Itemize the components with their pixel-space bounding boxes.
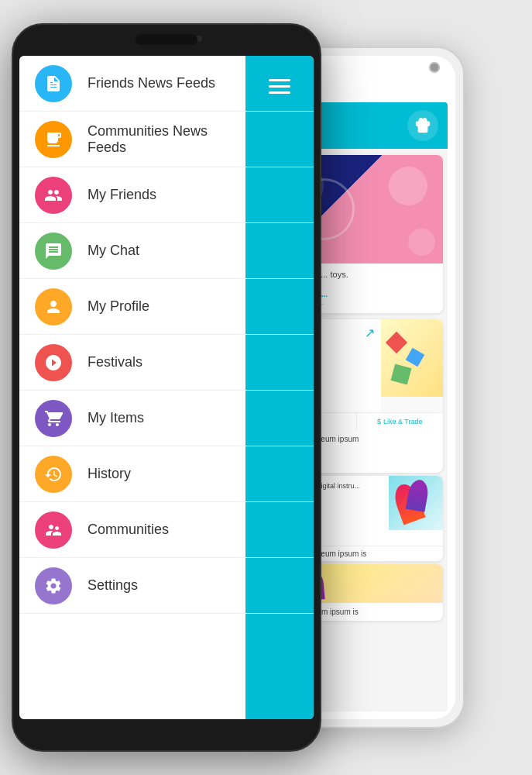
front-phone-top-bar [136, 34, 197, 45]
menu-item-my-chat[interactable]: My Chat [19, 223, 314, 279]
menu-label-6: My Items [88, 410, 144, 426]
menu-label-0: Friends News Feeds [88, 75, 215, 91]
back-card-2-share-icon[interactable]: ↗ [365, 326, 375, 340]
back-card-2-image [381, 319, 443, 397]
back-card-3-image [389, 476, 443, 530]
back-card-2-action-like-trade[interactable]: $ Like & Trade [357, 413, 444, 430]
menu-icon-4 [35, 288, 72, 326]
menu-item-communities[interactable]: Communities [19, 502, 314, 558]
menu-label-9: Settings [88, 577, 138, 594]
menu-icon-1 [35, 121, 72, 158]
menu-icon-7 [35, 456, 72, 493]
menu-icon-9 [35, 567, 72, 604]
menu-icon-3 [35, 232, 72, 270]
menu-label-1: Communities News Feeds [88, 123, 236, 156]
menu-label-5: Festivals [88, 354, 142, 370]
menu-item-communities-news-feeds[interactable]: Communities News Feeds [19, 112, 314, 167]
front-phone-screen: Friends News FeedsCommunities News Feeds… [19, 56, 314, 719]
menu-item-my-friends[interactable]: My Friends [19, 167, 314, 223]
menu-icon-6 [35, 400, 72, 437]
menu-icon-0 [35, 65, 72, 102]
back-card-2-right [381, 319, 443, 412]
menu-label-2: My Friends [88, 187, 156, 203]
menu-label-3: My Chat [88, 243, 139, 259]
menu-icon-8 [35, 512, 72, 549]
menu-item-festivals[interactable]: Festivals [19, 335, 314, 391]
menu-item-my-profile[interactable]: My Profile [19, 279, 314, 335]
menu-item-my-items[interactable]: My Items [19, 391, 314, 446]
menu-icon-5 [35, 344, 72, 381]
menu-item-history[interactable]: History [19, 446, 314, 502]
menu-item-settings[interactable]: Settings [19, 558, 314, 614]
menu-label-4: My Profile [88, 298, 149, 315]
menu-icon-2 [35, 177, 72, 214]
front-phone: Friends News FeedsCommunities News Feeds… [12, 23, 321, 752]
navigation-menu: Friends News FeedsCommunities News Feeds… [19, 56, 314, 719]
back-card-3-right [389, 476, 443, 546]
menu-label-8: Communities [88, 522, 169, 538]
back-gift-icon[interactable] [407, 110, 438, 141]
menu-label-7: History [88, 466, 131, 482]
back-phone-camera [429, 62, 440, 73]
menu-item-friends-news-feeds[interactable]: Friends News Feeds [19, 56, 314, 112]
